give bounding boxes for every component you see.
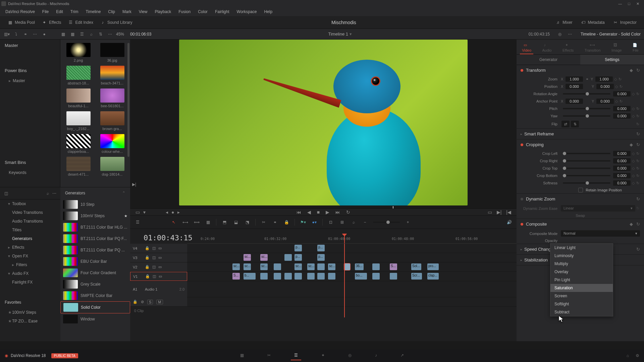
- track-header[interactable]: V1🔒◫▭: [130, 272, 187, 281]
- window-minimize[interactable]: —: [618, 2, 622, 6]
- inspector-tab-file[interactable]: 📄File: [631, 42, 641, 54]
- timeline-clip[interactable]: [294, 273, 302, 280]
- dropdown-option[interactable]: Luminosity: [550, 252, 613, 260]
- menu-help[interactable]: Help: [261, 8, 276, 15]
- track-lane[interactable]: sc...sc...p...p...: [187, 253, 517, 262]
- lock-icon[interactable]: 🔒: [145, 274, 150, 279]
- chevron-right-icon[interactable]: ▸: [521, 248, 522, 251]
- timeline-clip[interactable]: sc...: [307, 263, 315, 270]
- keyframe-icon[interactable]: ◇: [613, 77, 618, 81]
- fav-100mv[interactable]: ★100mV Steps: [0, 308, 60, 317]
- dropdown-option[interactable]: Overlay: [550, 268, 613, 276]
- generator-item[interactable]: SMPTE Color Bar: [60, 290, 130, 301]
- keyframe-icon[interactable]: ◇: [631, 181, 635, 185]
- fx-fairlightfx[interactable]: Fairlight FX: [0, 278, 60, 287]
- lock-icon[interactable]: 🔒: [133, 300, 138, 304]
- rotation-field[interactable]: 0.000: [613, 91, 631, 97]
- menu-trim[interactable]: Trim: [67, 8, 82, 15]
- media-scrollbar[interactable]: [127, 43, 129, 157]
- insert-clip-icon[interactable]: ⬒: [221, 220, 228, 225]
- search-icon[interactable]: ⌕: [88, 31, 95, 38]
- crop-left-field[interactable]: 0.000: [613, 151, 631, 156]
- reset-icon[interactable]: ↻: [636, 131, 640, 136]
- auto-select-icon[interactable]: ◫: [152, 265, 156, 269]
- insert-dropdown[interactable]: ▾: [143, 209, 146, 215]
- generator-item[interactable]: Grey Scale: [60, 279, 130, 290]
- media-thumb[interactable]: 2.png: [64, 43, 93, 62]
- composite-enable-dot[interactable]: [521, 223, 523, 226]
- replace-clip-icon[interactable]: ⬔: [244, 220, 251, 225]
- timeline-clip[interactable]: S...: [390, 263, 397, 270]
- track-header[interactable]: V3🔒◫▭: [130, 253, 187, 262]
- timeline-clip[interactable]: p...: [317, 245, 325, 251]
- reset-icon[interactable]: ↻: [619, 84, 623, 89]
- fx-audio-transitions[interactable]: Audio Transitions: [0, 217, 60, 226]
- window-close[interactable]: ✕: [636, 2, 639, 6]
- page-cut[interactable]: ✂: [264, 351, 274, 360]
- cropping-enable-dot[interactable]: [521, 143, 523, 146]
- playhead[interactable]: [344, 234, 345, 244]
- dropdown-option[interactable]: Multiply: [550, 260, 613, 268]
- crop-top-field[interactable]: 0.000: [613, 166, 631, 171]
- media-thumb[interactable]: beautiful-1...: [64, 88, 93, 108]
- crop-left-slider[interactable]: [563, 153, 610, 154]
- trim-tool-icon[interactable]: ⟷: [182, 220, 189, 225]
- timeline-clip[interactable]: b...: [244, 273, 256, 280]
- zoom-wide-icon[interactable]: ⊡: [327, 220, 334, 225]
- more-icon[interactable]: ⋯: [32, 31, 38, 38]
- generator-item[interactable]: BT.2111 Color Bar HLG ...: [60, 222, 130, 233]
- keyframe-icon[interactable]: ◇: [631, 166, 635, 171]
- reset-icon[interactable]: ↻: [619, 99, 623, 104]
- pos-y-field[interactable]: 0.000: [596, 84, 614, 89]
- bins-master[interactable]: Master: [0, 40, 60, 51]
- solo-button[interactable]: S: [147, 300, 153, 304]
- zoom-out-icon[interactable]: −: [362, 220, 368, 225]
- link-icon[interactable]: ⚭: [586, 77, 589, 81]
- inspector-tab-transition[interactable]: ⟷Transition: [583, 42, 603, 54]
- inspector-settings-tab[interactable]: Settings: [580, 55, 644, 65]
- crop-bottom-slider[interactable]: [563, 175, 610, 176]
- retain-checkbox[interactable]: [578, 188, 583, 192]
- timeline-clip[interactable]: S...: [232, 273, 240, 280]
- options-icon[interactable]: ⋯: [107, 31, 113, 38]
- menu-view[interactable]: View: [136, 8, 151, 15]
- timeline-clip[interactable]: sc...: [328, 263, 335, 270]
- timeline-ruler[interactable]: 0:24:0001:00:32:0001:00:40:0001:00:48:00…: [187, 234, 517, 244]
- smart-bin-keywords[interactable]: Keywords: [0, 168, 60, 177]
- menu-fusion[interactable]: Fusion: [175, 8, 194, 15]
- zoom-slider[interactable]: [373, 222, 400, 223]
- keyframe-icon[interactable]: ◇: [631, 114, 635, 118]
- page-color[interactable]: ◎: [345, 351, 355, 360]
- media-thumb[interactable]: beach-3471...: [98, 66, 127, 85]
- keyframe-icon[interactable]: ◇: [614, 99, 619, 104]
- menu-edit[interactable]: Edit: [53, 8, 66, 15]
- dropdown-option[interactable]: Softlight: [550, 300, 613, 308]
- keyframe-icon[interactable]: ◆: [630, 222, 633, 227]
- keyframe-icon[interactable]: ◇: [631, 159, 635, 163]
- edit-index-button[interactable]: ☰Edit Index: [65, 18, 97, 26]
- timeline-clip[interactable]: p...: [294, 245, 302, 251]
- anchor-x-field[interactable]: 0.000: [566, 99, 583, 104]
- home-icon[interactable]: ⌂: [627, 353, 629, 358]
- disable-icon[interactable]: ⊘: [141, 300, 144, 304]
- audio-icon[interactable]: 🔊: [506, 220, 513, 225]
- play-icon[interactable]: ▶: [326, 209, 329, 215]
- star-icon[interactable]: ★: [124, 214, 127, 218]
- reset-icon[interactable]: ↻: [636, 196, 640, 201]
- keyframe-icon[interactable]: ◇: [631, 152, 635, 156]
- page-fairlight[interactable]: ♪: [372, 351, 380, 360]
- sort-icon[interactable]: ⇅: [97, 31, 104, 38]
- crop-right-slider[interactable]: [563, 160, 610, 162]
- auto-select-icon[interactable]: ◫: [153, 274, 156, 279]
- reverse-icon[interactable]: ◀: [307, 209, 311, 215]
- reset-icon[interactable]: ↻: [635, 159, 640, 163]
- fav-tpzo[interactable]: ★TP ZO... Ease: [0, 317, 60, 325]
- fx-filters[interactable]: ▸Filters: [0, 260, 60, 269]
- keyframe-icon[interactable]: ◆: [630, 68, 633, 73]
- timeline-clip[interactable]: Sol...: [411, 263, 421, 270]
- bin-dropdown[interactable]: ▥▾: [3, 31, 10, 38]
- timeline-clip[interactable]: [317, 263, 325, 270]
- reset-icon[interactable]: ↻: [618, 77, 622, 81]
- enable-icon[interactable]: ▭: [158, 255, 162, 260]
- yaw-field[interactable]: 0.000: [613, 113, 631, 119]
